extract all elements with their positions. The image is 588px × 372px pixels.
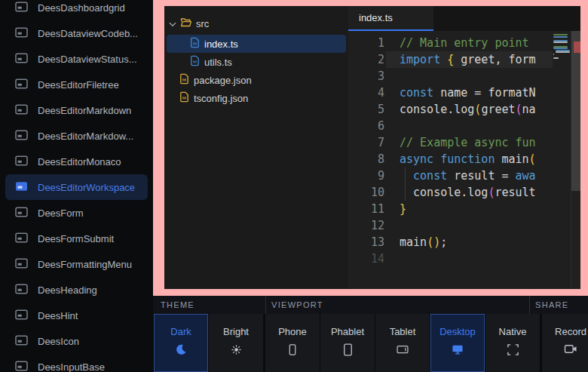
sidebar-item-label: DeesEditorMarkdow... (38, 131, 133, 142)
theme-bright-button[interactable]: Bright (209, 314, 263, 372)
code-line-2[interactable]: 2import { greet, form (348, 51, 553, 68)
viewport-desktop-button[interactable]: Desktop (430, 314, 485, 372)
code-line-11[interactable]: 11} (348, 201, 553, 217)
code-lines[interactable]: 1// Main entry point2import { greet, for… (348, 31, 553, 289)
viewport-section-header: VIEWPORT (265, 296, 529, 314)
minimap-line (553, 54, 554, 55)
theme-dark-button[interactable]: Dark (154, 314, 208, 372)
code-line-7[interactable]: 7// Example async fun (348, 134, 553, 151)
window-icon (15, 2, 28, 14)
code-line-13[interactable]: 13main(); (348, 234, 553, 251)
minimap-line (553, 57, 559, 59)
record-icon (564, 343, 577, 357)
tree-item-package-json[interactable]: package.json (164, 71, 348, 89)
sidebar-item-deesinputbase[interactable]: DeesInputBase (0, 354, 153, 372)
toolbar-section-headers: THEME VIEWPORT SHARE (153, 296, 588, 314)
sidebar-item-deesformsubmit[interactable]: DeesFormSubmit (0, 226, 153, 251)
sidebar-item-label: DeesDataviewStatus... (38, 54, 137, 65)
sidebar-item-deeseditormonaco[interactable]: DeesEditorMonaco (0, 149, 153, 174)
tab-index-ts[interactable]: index.ts (348, 6, 433, 31)
viewport-tablet-button[interactable]: Tablet (375, 314, 430, 372)
file-ts-icon (190, 37, 200, 51)
code-line-text (400, 68, 553, 85)
line-number: 9 (348, 168, 384, 184)
code-line-5[interactable]: 5console.log(greet(na (348, 101, 553, 118)
tree-item-label: package.json (194, 75, 252, 86)
code-line-3[interactable]: 3 (348, 68, 553, 85)
tree-item-label: index.ts (204, 38, 238, 50)
sidebar-item-label: DeesForm (38, 208, 84, 219)
share-record-button[interactable]: Record (542, 314, 588, 372)
code-line-10[interactable]: 10 console.log(result (348, 184, 553, 201)
toolbar-button-label: Tablet (390, 326, 416, 337)
viewport-phone-button[interactable]: Phone (265, 314, 320, 372)
toolbar-button-label: Bright (223, 326, 249, 337)
line-number: 1 (348, 35, 384, 51)
window-icon (15, 53, 28, 66)
toolbar-button-label: Desktop (439, 326, 476, 337)
sidebar-item-label: DeesInputBase (38, 361, 105, 372)
viewport-native-button[interactable]: Native (485, 314, 540, 372)
scrollbar-thumb[interactable] (571, 31, 580, 191)
minimap-line (553, 42, 568, 43)
code-line-1[interactable]: 1// Main entry point (348, 35, 553, 51)
minimap-line (553, 48, 568, 49)
code-line-14[interactable]: 14 (348, 251, 553, 267)
window-icon (15, 78, 28, 91)
window-icon (15, 309, 28, 322)
viewport-phablet-button[interactable]: Phablet (320, 314, 375, 372)
sidebar-item-deeshint[interactable]: DeesHint (0, 303, 153, 328)
tree-item-index-ts[interactable]: index.ts (167, 35, 346, 53)
code-line-6[interactable]: 6 (348, 118, 553, 134)
sidebar-item-deesform[interactable]: DeesForm (0, 200, 153, 226)
toolbar-button-label: Dark (170, 326, 191, 337)
code-line-8[interactable]: 8async function main( (348, 151, 553, 168)
vertical-scrollbar[interactable] (571, 31, 580, 289)
sidebar-item-deeseditorworkspace[interactable]: DeesEditorWorkspace (5, 174, 148, 200)
code-line-text: // Example async fun (400, 134, 553, 151)
code-line-text: // Main entry point (400, 35, 553, 51)
file-ts-icon (190, 55, 200, 69)
sidebar-item-deeseditormarkdow[interactable]: DeesEditorMarkdow... (0, 123, 153, 149)
toolbar-button-label: Native (499, 326, 527, 337)
tree-item-src[interactable]: src (164, 14, 348, 32)
file-json-icon (179, 73, 189, 87)
sidebar-item-label: DeesDataviewCodeb... (38, 28, 138, 39)
code-line-4[interactable]: 4const name = formatN (348, 85, 553, 101)
sidebar-item-deesdataviewstatus[interactable]: DeesDataviewStatus... (0, 46, 153, 72)
sidebar-item-deesformattingmenu[interactable]: DeesFormattingMenu (0, 251, 153, 277)
phablet-icon (341, 343, 354, 358)
tablet-icon (396, 343, 409, 358)
sidebar-item-deeseditorfiletree[interactable]: DeesEditorFiletree (0, 72, 153, 97)
sidebar-item-deesheading[interactable]: DeesHeading (0, 277, 153, 303)
sidebar-item-deeseditormarkdown[interactable]: DeesEditorMarkdown (0, 97, 153, 123)
code-line-text: const result = awa (400, 168, 553, 184)
line-number: 7 (348, 134, 384, 151)
code-line-text: console.log(result (400, 184, 553, 201)
sidebar-item-label: DeesDashboardgrid (38, 2, 125, 14)
sidebar-item-deesdashboardgrid[interactable]: DeesDashboardgrid (0, 0, 153, 20)
code-line-12[interactable]: 12 (348, 217, 553, 234)
sidebar-item-label: DeesEditorWorkspace (38, 182, 135, 193)
sidebar-item-deesicon[interactable]: DeesIcon (0, 328, 153, 354)
minimap-line (553, 34, 568, 35)
line-number: 4 (348, 85, 384, 101)
tree-item-tsconfig-json[interactable]: tsconfig.json (164, 89, 348, 107)
code-line-text (400, 118, 553, 134)
line-number: 3 (348, 68, 384, 85)
window-icon (15, 181, 28, 194)
window-icon (15, 284, 28, 297)
minimap-line (556, 51, 570, 53)
editor-workspace-component: srcindex.tsutils.tspackage.jsontsconfig.… (164, 6, 580, 289)
sidebar-item-deesdataviewcodeb[interactable]: DeesDataviewCodeb... (0, 20, 153, 46)
code-line-9[interactable]: 9 const result = awa (348, 168, 553, 184)
tree-item-label: tsconfig.json (194, 93, 248, 104)
code-line-text: console.log(greet(na (400, 101, 553, 118)
file-json-icon (179, 91, 189, 105)
chevron-down-icon[interactable] (169, 18, 176, 29)
minimap[interactable] (553, 31, 571, 289)
window-icon (15, 258, 28, 271)
indent-guide (405, 184, 406, 201)
code-line-text: } (400, 201, 553, 217)
tree-item-utils-ts[interactable]: utils.ts (164, 53, 348, 71)
